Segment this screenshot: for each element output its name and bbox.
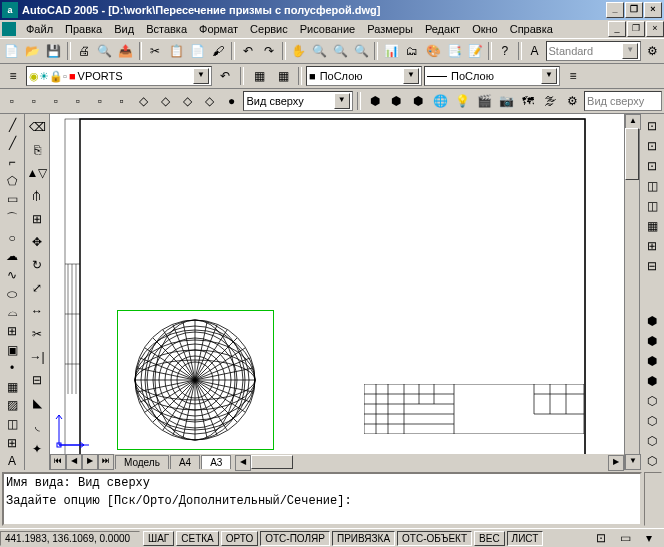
tab-model[interactable]: Модель (115, 455, 169, 469)
gradient-icon[interactable]: ▨ (1, 397, 23, 415)
menu-modify[interactable]: Редакт (419, 21, 466, 37)
view-combo[interactable]: Вид сверху▼ (243, 91, 352, 111)
render4-icon[interactable]: 🌐 (430, 90, 450, 112)
rt11-icon[interactable]: ⬢ (641, 351, 663, 370)
layer-tool2-icon[interactable]: ▦ (272, 65, 294, 87)
polygon-icon[interactable]: ⬠ (1, 172, 23, 190)
copy-icon[interactable]: 📋 (166, 40, 186, 62)
vt6-icon[interactable]: ▫ (112, 90, 132, 112)
menu-dimension[interactable]: Размеры (361, 21, 419, 37)
ortho-button[interactable]: ОРТО (221, 531, 258, 546)
menu-tools[interactable]: Сервис (244, 21, 294, 37)
ellipse-icon[interactable]: ⬭ (1, 285, 23, 303)
zoom-rt-icon[interactable]: 🔍 (310, 40, 330, 62)
tab-first-button[interactable]: ⏮ (50, 454, 66, 470)
new-icon[interactable]: 📄 (2, 40, 22, 62)
rt4-icon[interactable]: ◫ (641, 176, 663, 195)
revcloud-icon[interactable]: ☁ (1, 248, 23, 266)
break-icon[interactable]: ⊟ (26, 369, 48, 391)
chamfer-icon[interactable]: ◣ (26, 392, 48, 414)
vt5-icon[interactable]: ▫ (90, 90, 110, 112)
view-combo2[interactable]: Вид сверху (584, 91, 662, 111)
vt3-icon[interactable]: ▫ (46, 90, 66, 112)
block-icon[interactable]: ▣ (1, 341, 23, 359)
ellipsearc-icon[interactable]: ⌓ (1, 303, 23, 321)
circle-icon[interactable]: ○ (1, 229, 23, 247)
render6-icon[interactable]: 🎬 (474, 90, 494, 112)
tab-last-button[interactable]: ⏭ (98, 454, 114, 470)
plot-preview-icon[interactable]: 🔍 (95, 40, 115, 62)
zoom-prev-icon[interactable]: 🔍 (351, 40, 371, 62)
command-window[interactable]: Имя вида: Вид сверху Задайте опцию [Пск/… (2, 472, 642, 526)
vt8-icon[interactable]: ◇ (156, 90, 176, 112)
tab-next-button[interactable]: ▶ (82, 454, 98, 470)
vt7-icon[interactable]: ◇ (134, 90, 154, 112)
stretch-icon[interactable]: ↔ (26, 300, 48, 322)
grid-button[interactable]: СЕТКА (176, 531, 219, 546)
redo-icon[interactable]: ↷ (259, 40, 279, 62)
sheet-icon[interactable]: 📑 (444, 40, 464, 62)
print-icon[interactable]: 🖨 (74, 40, 94, 62)
menu-view[interactable]: Вид (108, 21, 140, 37)
render3-icon[interactable]: ⬢ (408, 90, 428, 112)
scroll-thumb-v[interactable] (625, 128, 639, 180)
style-combo[interactable]: Standard▼ (546, 41, 642, 61)
lwt-button[interactable]: ВЕС (474, 531, 505, 546)
menu-file[interactable]: Файл (20, 21, 59, 37)
textstyle-icon[interactable]: A (525, 40, 545, 62)
minimize-button[interactable]: _ (606, 2, 624, 18)
vt10-icon[interactable]: ◇ (200, 90, 220, 112)
lineweight-combo[interactable]: ПоСлою▼ (424, 66, 560, 86)
vt4-icon[interactable]: ▫ (68, 90, 88, 112)
lineweight-tool-icon[interactable]: ≡ (562, 65, 584, 87)
undo-icon[interactable]: ↶ (238, 40, 258, 62)
menu-edit[interactable]: Правка (59, 21, 108, 37)
status-tool3-icon[interactable]: ▾ (638, 527, 660, 547)
scroll-thumb[interactable] (251, 455, 293, 469)
tab-a4[interactable]: A4 (170, 455, 200, 469)
table-icon[interactable]: ⊞ (1, 434, 23, 452)
properties-icon[interactable]: 📊 (381, 40, 401, 62)
chevron-down-icon[interactable]: ▼ (193, 68, 209, 84)
rt9-icon[interactable]: ⬢ (641, 311, 663, 330)
pan-icon[interactable]: ✋ (289, 40, 309, 62)
scroll-right-button[interactable]: ▶ (608, 455, 624, 471)
rt12-icon[interactable]: ⬢ (641, 371, 663, 390)
menu-insert[interactable]: Вставка (140, 21, 193, 37)
rt3-icon[interactable]: ⊡ (641, 156, 663, 175)
tab-a3[interactable]: A3 (201, 455, 231, 469)
menu-help[interactable]: Справка (504, 21, 559, 37)
status-tool2-icon[interactable]: ▭ (614, 527, 636, 547)
render2-icon[interactable]: ⬢ (386, 90, 406, 112)
match-icon[interactable]: 🖌 (208, 40, 228, 62)
chevron-down-icon[interactable]: ▼ (334, 93, 350, 109)
open-icon[interactable]: 📂 (23, 40, 43, 62)
vertical-scrollbar[interactable]: ▲ ▼ (624, 114, 639, 470)
extend-icon[interactable]: →| (26, 346, 48, 368)
markup-icon[interactable]: 📝 (465, 40, 485, 62)
rt15-icon[interactable]: ⬡ (641, 431, 663, 450)
save-icon[interactable]: 💾 (44, 40, 64, 62)
menu-draw[interactable]: Рисование (294, 21, 361, 37)
tab-prev-button[interactable]: ◀ (66, 454, 82, 470)
copy-obj-icon[interactable]: ⎘ (26, 139, 48, 161)
trim-icon[interactable]: ✂ (26, 323, 48, 345)
xline-icon[interactable]: ╱ (1, 135, 23, 153)
mtext-icon[interactable]: A (1, 452, 23, 470)
close-button[interactable]: × (644, 2, 662, 18)
help-icon[interactable]: ? (495, 40, 515, 62)
rt1-icon[interactable]: ⊡ (641, 116, 663, 135)
layer-tool1-icon[interactable]: ▦ (248, 65, 270, 87)
arc-icon[interactable]: ⌒ (1, 209, 23, 228)
maximize-button[interactable]: ❐ (625, 2, 643, 18)
chevron-down-icon[interactable]: ▼ (403, 68, 419, 84)
paste-icon[interactable]: 📄 (187, 40, 207, 62)
hatch-icon[interactable]: ▦ (1, 378, 23, 396)
vt1-icon[interactable]: ▫ (2, 90, 22, 112)
doc-minimize-button[interactable]: _ (608, 21, 626, 37)
status-tool1-icon[interactable]: ⊡ (590, 527, 612, 547)
layer-manager-icon[interactable]: ≡ (2, 65, 24, 87)
insert-icon[interactable]: ⊞ (1, 322, 23, 340)
rt13-icon[interactable]: ⬡ (641, 391, 663, 410)
line-icon[interactable]: ╱ (1, 116, 23, 134)
